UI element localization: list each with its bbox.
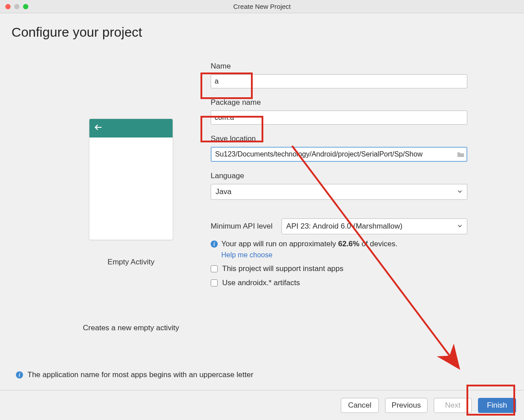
min-api-select[interactable]: API 23: Android 6.0 (Marshmallow) [281, 218, 467, 234]
info-icon: i [211, 241, 218, 248]
browse-folder-icon[interactable] [457, 151, 465, 158]
chevron-down-icon [457, 187, 462, 196]
language-label: Language [211, 172, 467, 180]
instant-apps-checkbox[interactable] [211, 265, 218, 272]
package-name-input[interactable] [211, 111, 467, 125]
chevron-down-icon [457, 222, 462, 231]
template-preview-column: Empty Activity Creates a new empty activ… [87, 62, 175, 287]
min-api-label: Minimum API level [211, 222, 273, 231]
window-minimize-button[interactable] [14, 4, 19, 9]
window-close-button[interactable] [5, 4, 11, 9]
instant-apps-label: This project will support instant apps [222, 264, 343, 273]
language-select-value: Java [216, 187, 231, 196]
help-me-choose-link[interactable]: Help me choose [221, 251, 273, 259]
save-location-input[interactable] [211, 147, 467, 162]
page-title: Configure your project [12, 25, 512, 40]
next-button[interactable]: Next [434, 398, 472, 413]
previous-button[interactable]: Previous [385, 398, 428, 413]
androidx-checkbox[interactable] [211, 279, 218, 286]
name-label: Name [211, 62, 467, 71]
save-location-label: Save location [211, 134, 467, 143]
window-title: Create New Project [0, 3, 524, 10]
back-arrow-icon [94, 123, 103, 134]
template-preview [89, 118, 173, 240]
language-select[interactable]: Java [211, 184, 467, 200]
titlebar: Create New Project [0, 0, 524, 13]
template-preview-description: Creates a new empty activity [73, 324, 189, 332]
min-api-select-value: API 23: Android 6.0 (Marshmallow) [286, 222, 403, 231]
name-input[interactable] [211, 74, 467, 88]
template-preview-name: Empty Activity [108, 258, 154, 267]
wizard-button-bar: Cancel Previous Next Finish [0, 390, 524, 420]
window-zoom-button[interactable] [23, 4, 28, 9]
androidx-label: Use androidx.* artifacts [222, 279, 300, 287]
finish-button[interactable]: Finish [478, 398, 516, 413]
footer-info-text: The application name for most apps begin… [27, 370, 253, 379]
compat-text: Your app will run on approximately 62.6%… [221, 240, 397, 248]
info-icon: i [16, 371, 23, 378]
wizard-content: Configure your project Empty Activity Cr… [0, 13, 524, 390]
package-name-label: Package name [211, 98, 467, 107]
form-column: Name Package name Save location Language [211, 62, 467, 287]
cancel-button[interactable]: Cancel [341, 398, 379, 413]
